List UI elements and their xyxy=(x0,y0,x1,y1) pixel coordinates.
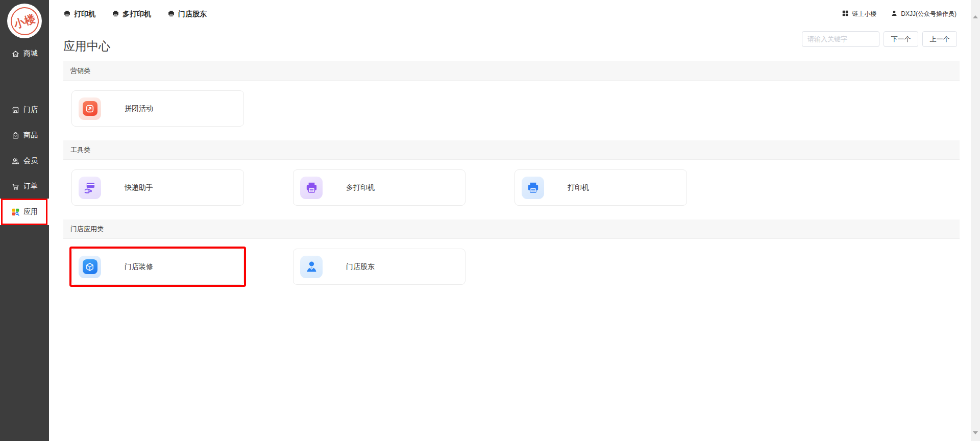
members-icon xyxy=(11,157,20,165)
user-label: DXJJ(公众号操作员) xyxy=(901,10,957,18)
topbar: 打印机多打印机门店股东 链上小楼 DXJJ(公众号操作员) xyxy=(49,0,971,28)
sidebar-item-label: 商品 xyxy=(23,131,38,140)
section-title: 工具类 xyxy=(70,145,90,155)
sidebar-item-mall[interactable]: 商城 xyxy=(0,41,49,66)
app-card-store-shareholder[interactable]: 门店股东 xyxy=(293,249,465,285)
app-card-multi-printer[interactable]: 多打印机 xyxy=(293,169,465,206)
scroll-down-icon[interactable] xyxy=(973,431,978,434)
app-name: 打印机 xyxy=(568,183,589,192)
sidebar-item-label: 门店 xyxy=(23,105,38,114)
sidebar-item-apps[interactable]: 应用 xyxy=(0,199,49,225)
storefront-icon xyxy=(11,106,20,114)
app-name: 拼团活动 xyxy=(125,104,153,113)
section-cards: 门店装修门店股东 xyxy=(63,239,960,299)
search-input[interactable] xyxy=(802,31,879,47)
sidebar-item-label: 会员 xyxy=(23,156,38,165)
section-cards: 快递助手多打印机打印机 xyxy=(63,160,960,219)
topbar-tabs: 打印机多打印机门店股东 xyxy=(63,10,207,19)
goods-bag-icon xyxy=(11,131,20,140)
app-tile xyxy=(300,177,323,199)
scrollbar[interactable] xyxy=(971,0,980,441)
app-tile xyxy=(79,97,101,120)
topbar-right: 链上小楼 DXJJ(公众号操作员) xyxy=(842,10,971,18)
org-switcher[interactable]: 链上小楼 xyxy=(842,10,876,18)
section-header: 门店应用类 xyxy=(63,219,960,239)
sidebar-item-label: 商城 xyxy=(23,49,38,58)
section-header: 工具类 xyxy=(63,140,960,160)
sidebar-item-orders[interactable]: 订单 xyxy=(0,174,49,199)
app-card-printer[interactable]: 打印机 xyxy=(514,169,687,206)
app-card-group-buying[interactable]: 拼团活动 xyxy=(71,90,244,127)
section-title: 门店应用类 xyxy=(70,225,104,234)
app-window: 小楼 商城门店商品会员订单应用 打印机多打印机门店股东 链上小楼 DXJJ(公众… xyxy=(0,0,980,441)
sidebar-item-goods[interactable]: 商品 xyxy=(0,122,49,148)
home-icon xyxy=(11,50,20,58)
app-card-delivery-helper[interactable]: 快递助手 xyxy=(71,169,244,206)
next-button[interactable]: 下一个 xyxy=(884,31,918,47)
logo-stamp: 小楼 xyxy=(7,3,42,38)
tab-multi-printer[interactable]: 多打印机 xyxy=(112,10,151,19)
org-grid-icon xyxy=(842,10,849,18)
section-cards: 拼团活动 xyxy=(63,81,960,140)
main-content: 应用中心 营销类拼团活动工具类快递助手多打印机打印机门店应用类门店装修门店股东 xyxy=(49,28,971,441)
page-tools: 下一个 上一个 xyxy=(802,31,957,47)
section-header: 营销类 xyxy=(63,61,960,81)
app-logo[interactable]: 小楼 xyxy=(7,4,42,38)
tab-store-shareholder[interactable]: 门店股东 xyxy=(167,10,207,19)
scroll-up-icon[interactable] xyxy=(973,15,978,18)
cart-icon xyxy=(11,182,20,191)
app-name: 快递助手 xyxy=(125,183,153,192)
tab-label: 多打印机 xyxy=(122,10,151,19)
app-tile xyxy=(522,177,544,199)
section-title: 营销类 xyxy=(70,66,90,76)
apps-grid-icon xyxy=(11,208,20,216)
sidebar-item-label: 订单 xyxy=(23,182,38,191)
printer-icon xyxy=(167,10,175,19)
printer-icon xyxy=(112,10,119,19)
user-menu[interactable]: DXJJ(公众号操作员) xyxy=(891,10,957,18)
org-label: 链上小楼 xyxy=(852,10,876,18)
user-icon xyxy=(891,10,898,18)
sidebar-item-label: 应用 xyxy=(23,207,38,216)
app-tile xyxy=(79,256,101,278)
tab-label: 门店股东 xyxy=(178,10,207,19)
cube-icon xyxy=(83,259,97,274)
app-tile xyxy=(79,177,101,199)
prev-button[interactable]: 上一个 xyxy=(922,31,957,47)
app-name: 多打印机 xyxy=(346,183,375,192)
app-name: 门店股东 xyxy=(346,262,375,272)
sidebar-item-members[interactable]: 会员 xyxy=(0,148,49,174)
printer-icon xyxy=(63,10,71,19)
app-tile xyxy=(300,256,323,278)
tab-label: 打印机 xyxy=(74,10,95,19)
launch-arrow-icon xyxy=(83,101,97,116)
app-card-store-decoration[interactable]: 门店装修 xyxy=(71,249,244,285)
tab-printer[interactable]: 打印机 xyxy=(63,10,95,19)
sidebar: 小楼 商城门店商品会员订单应用 xyxy=(0,0,49,441)
logo-text: 小楼 xyxy=(12,11,37,31)
app-name: 门店装修 xyxy=(125,262,153,272)
sidebar-item-store[interactable]: 门店 xyxy=(0,97,49,122)
